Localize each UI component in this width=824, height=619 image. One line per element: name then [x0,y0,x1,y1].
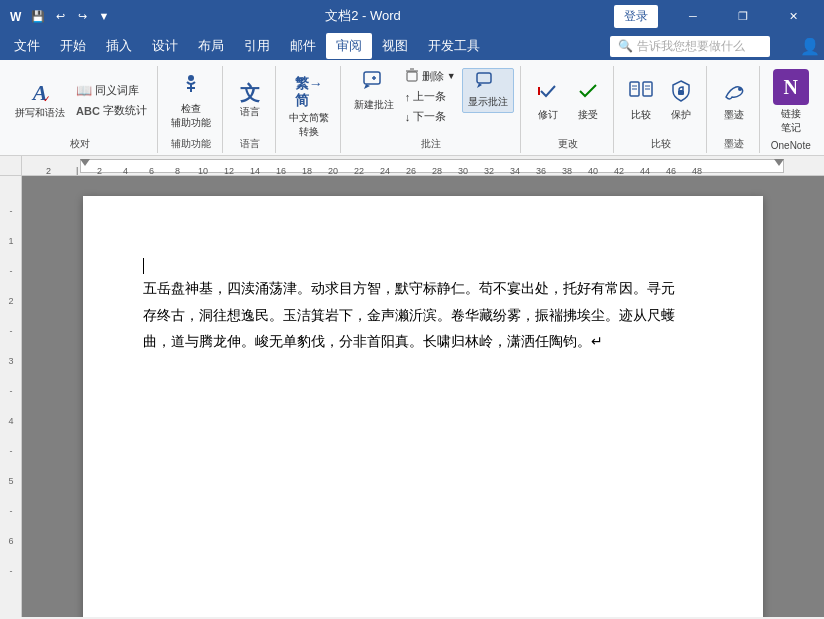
save-button[interactable]: 💾 [31,9,45,23]
search-icon: 🔍 [618,39,633,53]
customize-button[interactable]: ▼ [97,9,111,23]
show-comments-label: 显示批注 [468,95,508,109]
search-box[interactable]: 🔍 告诉我您想要做什么 [610,36,770,57]
title-bar: W 💾 ↩ ↪ ▼ 文档2 - Word 登录 ─ ❐ ✕ [0,0,824,32]
svg-rect-9 [407,72,417,81]
compare-label: 比较 [631,108,651,122]
onenote-button[interactable]: N 链接笔记 [768,66,814,138]
ribbon-group-chinese: 繁→简 中文简繁转换 [278,66,341,153]
document-area: - 1 - 2 - 3 - 4 - 5 - 6 - 五岳盘神基，四渎涌荡津。动求… [0,176,824,617]
protect-button[interactable]: 保护 [662,76,700,125]
language-button[interactable]: 文 语言 [231,80,269,122]
restore-button[interactable]: ❐ [720,0,766,32]
vertical-ruler: - 1 - 2 - 3 - 4 - 5 - 6 - [0,176,22,617]
accessibility-group-label: 辅助功能 [166,137,216,153]
delete-label: 删除 [422,69,444,84]
new-comment-label: 新建批注 [354,98,394,112]
menu-developer[interactable]: 开发工具 [418,33,490,59]
ribbon-group-compare: 比较 保护 比较 [616,66,707,153]
language-group-label: 语言 [231,137,269,153]
chinese-group-label [284,151,334,153]
redo-button[interactable]: ↪ [75,9,89,23]
track-changes-label: 修订 [538,108,558,122]
changes-group-label: 更改 [529,137,607,153]
next-comment-button[interactable]: ↓ 下一条 [401,107,460,126]
proofing-group-label: 校对 [10,137,151,153]
document-page[interactable]: 五岳盘神基，四渎涌荡津。动求目方智，默守标静仁。苟不宴出处，托好有常因。寻元存终… [83,196,763,617]
new-comment-button[interactable]: 新建批注 [349,66,399,115]
word-count-icon: ABC [76,105,100,117]
title-bar-right: 登录 ─ ❐ ✕ [614,0,816,32]
text-cursor [143,258,144,274]
menu-file[interactable]: 文件 [4,33,50,59]
svg-point-22 [738,87,742,91]
track-changes-button[interactable]: 修订 [529,76,567,125]
delete-comment-button[interactable]: 删除 ▼ [401,66,460,86]
word-count-button[interactable]: ABC 字数统计 [72,101,151,120]
ruler-mark: 3 [2,356,20,366]
ruler-mark: - [2,566,20,576]
svg-point-2 [188,75,194,81]
ribbon-group-ink: 墨迹 墨迹 [709,66,760,153]
onenote-group-label: OneNote [768,140,814,153]
protect-label: 保护 [671,108,691,122]
prev-comment-button[interactable]: ↑ 上一条 [401,87,460,106]
menu-references[interactable]: 引用 [234,33,280,59]
login-button[interactable]: 登录 [614,5,658,28]
show-comments-button[interactable]: 显示批注 [462,68,514,113]
menu-design[interactable]: 设计 [142,33,188,59]
page-container: 五岳盘神基，四渎涌荡津。动求目方智，默守标静仁。苟不宴出处，托好有常因。寻元存终… [22,176,824,617]
ruler-mark: - [2,206,20,216]
title-bar-left: W 💾 ↩ ↪ ▼ [8,8,112,24]
comments-group-label: 批注 [349,137,514,153]
ruler-mark: 5 [2,476,20,486]
menu-mail[interactable]: 邮件 [280,33,326,59]
undo-button[interactable]: ↩ [53,9,67,23]
user-icon[interactable]: 👤 [800,37,820,56]
trad-simp-button[interactable]: 繁→简 中文简繁转换 [284,73,334,143]
ribbon-group-proofing: A ✓ 拼写和语法 📖 同义词库 ABC 字数统计 校对 [4,66,158,153]
svg-text:W: W [10,10,22,24]
document-title: 文档2 - Word [112,7,614,25]
ruler-mark: 1 [2,236,20,246]
prev-label: 上一条 [413,89,446,104]
spell-check-label: 拼写和语法 [15,106,65,120]
accept-label: 接受 [578,108,598,122]
document-content[interactable]: 五岳盘神基，四渎涌荡津。动求目方智，默守标静仁。苟不宴出处，托好有常因。寻元存终… [143,276,683,356]
close-button[interactable]: ✕ [770,0,816,32]
menu-insert[interactable]: 插入 [96,33,142,59]
compare-button[interactable]: 比较 [622,76,660,125]
menu-view[interactable]: 视图 [372,33,418,59]
delete-icon [405,68,419,84]
ruler-mark: - [2,446,20,456]
ribbon-group-onenote: N 链接笔记 OneNote [762,66,820,153]
next-label: 下一条 [413,109,446,124]
trad-simp-label: 中文简繁转换 [289,111,329,139]
ribbon-group-language: 文 语言 语言 [225,66,276,153]
onenote-label: 链接笔记 [781,107,801,135]
onenote-icon: N [773,69,809,105]
ruler-mark: 4 [2,416,20,426]
ink-group-label: 墨迹 [715,137,753,153]
ribbon-group-changes: 修订 接受 更改 [523,66,614,153]
ruler-mark: - [2,386,20,396]
accept-button[interactable]: 接受 [569,76,607,125]
ink-button[interactable]: 墨迹 [715,76,753,125]
cursor-area [143,256,683,276]
ribbon-group-accessibility: 检查辅助功能 辅助功能 [160,66,223,153]
search-placeholder: 告诉我您想要做什么 [637,38,745,55]
word-count-label: 字数统计 [103,103,147,118]
check-accessibility-button[interactable]: 检查辅助功能 [166,69,216,133]
ribbon: A ✓ 拼写和语法 📖 同义词库 ABC 字数统计 校对 [0,60,824,156]
menu-bar: 文件 开始 插入 设计 布局 引用 邮件 审阅 视图 开发工具 🔍 告诉我您想要… [0,32,824,60]
menu-layout[interactable]: 布局 [188,33,234,59]
minimize-button[interactable]: ─ [670,0,716,32]
menu-review[interactable]: 审阅 [326,33,372,59]
spell-check-button[interactable]: A ✓ 拼写和语法 [10,79,70,123]
ruler-mark: - [2,326,20,336]
ruler-mark: - [2,266,20,276]
horizontal-ruler: 2 | 2 4 6 8 10 12 14 16 18 20 22 24 26 2… [0,156,824,176]
thesaurus-button[interactable]: 📖 同义词库 [72,81,151,100]
menu-home[interactable]: 开始 [50,33,96,59]
next-icon: ↓ [405,111,411,123]
